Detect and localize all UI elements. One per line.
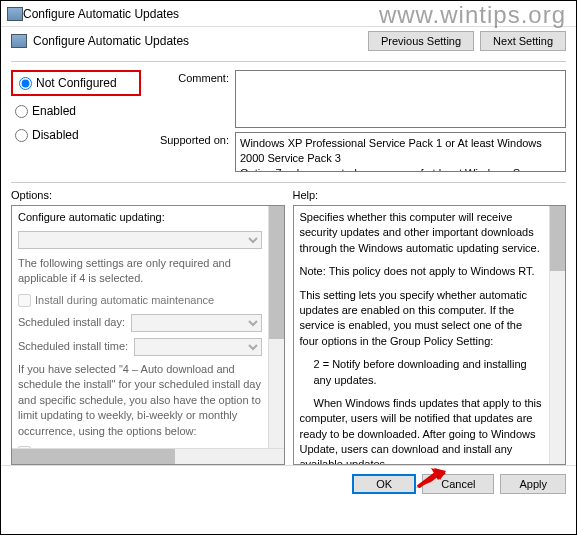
help-pane: Specifies whether this computer will rec… — [293, 205, 567, 465]
state-section: Not Configured Enabled Disabled Comment:… — [1, 66, 576, 178]
titlebar: Configure Automatic Updates — [1, 1, 576, 27]
footer: OK Cancel Apply — [1, 465, 576, 502]
scheduled-day-label: Scheduled install day: — [18, 315, 125, 330]
scheduled-time-label: Scheduled install time: — [18, 339, 128, 354]
state-radios: Not Configured Enabled Disabled — [11, 70, 141, 172]
cancel-button[interactable]: Cancel — [422, 474, 494, 494]
radio-disabled-input[interactable] — [15, 129, 28, 142]
radio-enabled[interactable]: Enabled — [11, 102, 141, 120]
comment-textarea[interactable] — [235, 70, 566, 128]
help-vscrollbar[interactable] — [549, 206, 565, 464]
radio-not-configured-input[interactable] — [19, 77, 32, 90]
divider — [11, 61, 566, 62]
help-p3: This setting lets you specify whether au… — [300, 288, 544, 350]
help-column: Help: Specifies whether this computer wi… — [293, 187, 567, 465]
header-title-group: Configure Automatic Updates — [11, 34, 360, 48]
scheduled-day-select[interactable] — [131, 314, 261, 332]
policy-icon — [11, 34, 27, 48]
configure-updating-label: Configure automatic updating: — [18, 210, 165, 225]
comment-label: Comment: — [149, 70, 229, 84]
scheduled-time-select[interactable] — [134, 338, 261, 356]
supported-text: Windows XP Professional Service Pack 1 o… — [235, 132, 566, 172]
previous-setting-button[interactable]: Previous Setting — [368, 31, 474, 51]
configure-updating-select[interactable] — [18, 231, 262, 249]
header: Configure Automatic Updates Previous Set… — [1, 27, 576, 57]
schedule-note: If you have selected "4 – Auto download … — [18, 362, 262, 439]
install-maintenance-input[interactable] — [18, 294, 31, 307]
divider — [11, 182, 566, 183]
options-pane: Configure automatic updating: The follow… — [11, 205, 285, 465]
options-label: Options: — [11, 187, 285, 205]
help-p1: Specifies whether this computer will rec… — [300, 210, 544, 256]
install-maintenance-checkbox[interactable]: Install during automatic maintenance — [18, 293, 262, 308]
required-note: The following settings are only required… — [18, 256, 262, 287]
next-setting-button[interactable]: Next Setting — [480, 31, 566, 51]
supported-label: Supported on: — [149, 132, 229, 146]
radio-not-configured[interactable]: Not Configured — [11, 70, 141, 96]
panes: Options: Configure automatic updating: T… — [1, 187, 576, 465]
help-p2: Note: This policy does not apply to Wind… — [300, 264, 544, 279]
radio-enabled-label: Enabled — [32, 104, 76, 118]
window-title: Configure Automatic Updates — [23, 7, 179, 21]
options-hscrollbar[interactable] — [12, 448, 284, 464]
ok-button[interactable]: OK — [352, 474, 416, 494]
help-opt2: 2 = Notify before downloading and instal… — [300, 357, 544, 388]
policy-title: Configure Automatic Updates — [33, 34, 189, 48]
radio-not-configured-label: Not Configured — [36, 76, 117, 90]
radio-disabled[interactable]: Disabled — [11, 126, 141, 144]
apply-button[interactable]: Apply — [500, 474, 566, 494]
options-vscrollbar[interactable] — [268, 206, 284, 448]
install-maintenance-label: Install during automatic maintenance — [35, 293, 214, 308]
options-column: Options: Configure automatic updating: T… — [11, 187, 285, 465]
help-opt2-desc: When Windows finds updates that apply to… — [300, 396, 544, 464]
radio-disabled-label: Disabled — [32, 128, 79, 142]
policy-icon — [7, 7, 23, 21]
help-label: Help: — [293, 187, 567, 205]
radio-enabled-input[interactable] — [15, 105, 28, 118]
